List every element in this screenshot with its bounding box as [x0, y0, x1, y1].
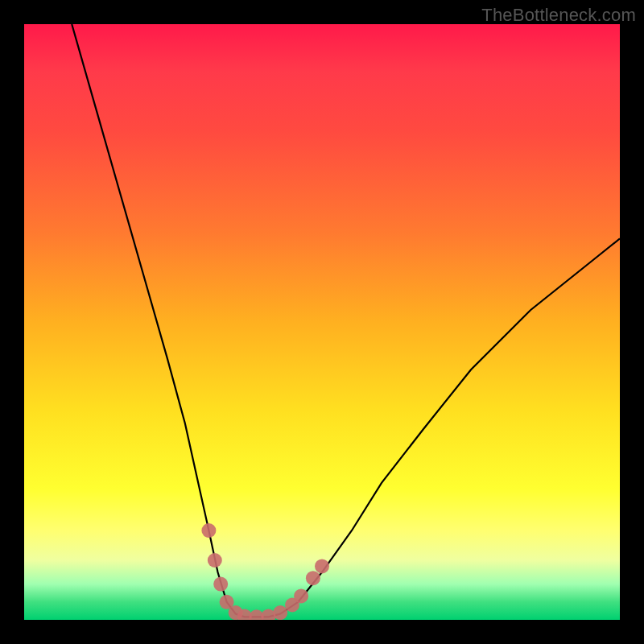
- curve-marker: [208, 553, 222, 568]
- curve-markers: [201, 523, 329, 620]
- watermark-text: TheBottleneck.com: [481, 5, 636, 26]
- bottleneck-curve-svg: [24, 24, 620, 620]
- curve-marker: [273, 605, 287, 620]
- curve-marker: [201, 523, 216, 538]
- curve-marker: [315, 559, 329, 573]
- curve-marker: [306, 571, 320, 585]
- chart-plot-area: [24, 24, 620, 620]
- bottleneck-curve: [72, 24, 620, 617]
- curve-marker: [294, 588, 308, 603]
- curve-marker: [213, 577, 228, 592]
